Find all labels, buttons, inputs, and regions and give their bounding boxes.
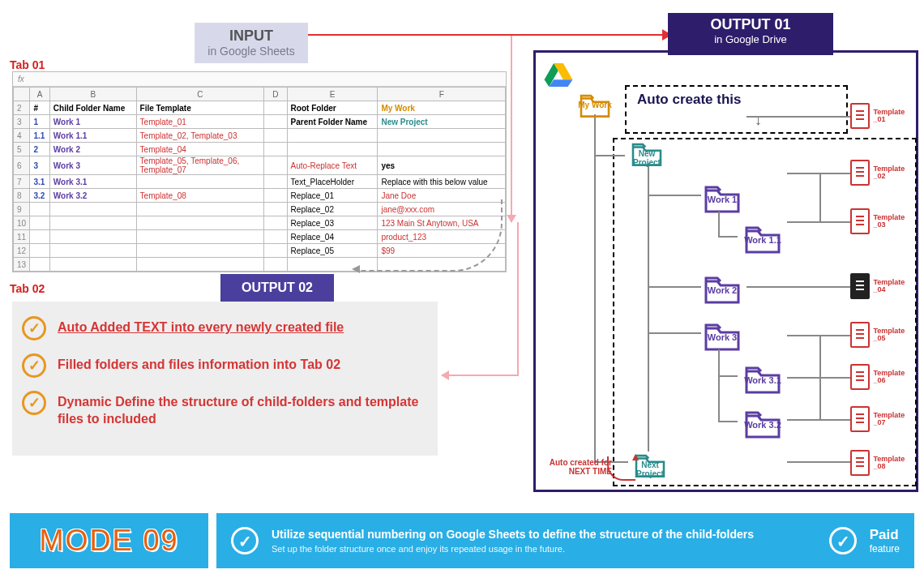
file-icon <box>850 208 870 234</box>
cell[interactable] <box>136 216 264 230</box>
cell[interactable]: Template_08 <box>136 189 264 203</box>
cell[interactable] <box>30 203 49 216</box>
cell[interactable]: Work 3.2 <box>49 189 136 203</box>
col-header[interactable]: A <box>30 88 49 101</box>
cell[interactable] <box>136 175 264 189</box>
row-num[interactable]: 3 <box>14 115 30 129</box>
output1-title: OUTPUT 01 <box>668 16 833 33</box>
row-num[interactable]: 8 <box>14 189 30 203</box>
cell[interactable]: Work 1 <box>49 115 136 129</box>
cell[interactable]: Template_05, Template_06, Template_07 <box>136 156 264 175</box>
cell[interactable]: Work 2 <box>49 143 136 156</box>
row-num[interactable]: 12 <box>14 244 30 258</box>
col-header[interactable]: D <box>264 88 287 101</box>
feature-row: Filled folders and files information int… <box>22 353 428 378</box>
cell[interactable] <box>264 129 287 143</box>
cell[interactable] <box>49 203 136 216</box>
cell[interactable] <box>49 230 136 244</box>
cell[interactable] <box>264 258 287 272</box>
connector <box>787 173 850 174</box>
row-num[interactable]: 10 <box>14 216 30 230</box>
file-icon <box>850 103 870 129</box>
connector <box>594 155 625 156</box>
formula-bar[interactable]: fx <box>13 72 506 87</box>
col-header[interactable]: F <box>378 88 506 101</box>
mode-box: MODE 09 <box>10 513 208 568</box>
row-num[interactable]: 9 <box>14 203 30 216</box>
row-num[interactable]: 6 <box>14 156 30 175</box>
file-icon <box>850 364 870 390</box>
cell[interactable]: New Project <box>378 115 506 129</box>
row-num[interactable]: 13 <box>14 258 30 272</box>
template-label: Template _04 <box>873 279 916 293</box>
cell[interactable]: Work 3.1 <box>49 175 136 189</box>
cell[interactable]: Replace with this below value <box>378 175 506 189</box>
col-header[interactable]: C <box>136 88 264 101</box>
cell[interactable] <box>264 244 287 258</box>
cell[interactable]: 1.1 <box>30 129 49 143</box>
cell[interactable] <box>136 203 264 216</box>
cell[interactable] <box>49 244 136 258</box>
cell[interactable] <box>30 244 49 258</box>
cell[interactable] <box>264 143 287 156</box>
file-icon <box>850 160 870 186</box>
row-num[interactable]: 4 <box>14 129 30 143</box>
cell[interactable]: # <box>30 101 49 115</box>
folder-work3: Work 3 <box>696 317 748 353</box>
cell[interactable] <box>264 175 287 189</box>
cell[interactable] <box>264 203 287 216</box>
cell[interactable] <box>264 115 287 129</box>
cell[interactable] <box>30 216 49 230</box>
cell[interactable]: 2 <box>30 143 49 156</box>
cell[interactable]: Template_01 <box>136 115 264 129</box>
cell[interactable] <box>264 216 287 230</box>
cell[interactable] <box>136 230 264 244</box>
down-arrow-icon: ↓ <box>755 112 762 129</box>
cell[interactable] <box>136 244 264 258</box>
tab02-label: Tab 02 <box>10 282 45 295</box>
cell[interactable]: Text_PlaceHolder <box>287 175 378 189</box>
cell[interactable] <box>264 189 287 203</box>
cell[interactable] <box>264 156 287 175</box>
desc-box: Utilize sequential numbering on Google S… <box>216 513 914 568</box>
cell[interactable] <box>30 230 49 244</box>
cell[interactable]: File Template <box>136 101 264 115</box>
cell[interactable]: 3.2 <box>30 189 49 203</box>
cell[interactable]: Work 3 <box>49 156 136 175</box>
cell[interactable] <box>49 258 136 272</box>
cell[interactable]: 3.1 <box>30 175 49 189</box>
cell[interactable] <box>287 143 378 156</box>
cell[interactable]: Template_02, Template_03 <box>136 129 264 143</box>
cell[interactable] <box>49 216 136 230</box>
row-num[interactable]: 7 <box>14 175 30 189</box>
row-num[interactable]: 5 <box>14 143 30 156</box>
cell[interactable]: Work 1.1 <box>49 129 136 143</box>
row-num[interactable]: 11 <box>14 230 30 244</box>
cell[interactable]: Child Folder Name <box>49 101 136 115</box>
template-label: Template _01 <box>873 109 916 123</box>
cell[interactable]: Root Folder <box>287 101 378 115</box>
check-icon <box>22 391 46 415</box>
col-header[interactable]: E <box>287 88 378 101</box>
cell[interactable] <box>378 129 506 143</box>
corner-cell[interactable] <box>14 88 30 101</box>
cell[interactable]: My Work <box>378 101 506 115</box>
cell[interactable] <box>30 258 49 272</box>
template-07: Template _07 <box>850 406 916 432</box>
cell[interactable] <box>136 258 264 272</box>
cell[interactable]: Auto-Replace Text <box>287 156 378 175</box>
cell[interactable]: Template_04 <box>136 143 264 156</box>
cell[interactable]: Parent Folder Name <box>287 115 378 129</box>
cell[interactable] <box>378 143 506 156</box>
cell[interactable]: 1 <box>30 115 49 129</box>
cell[interactable]: 3 <box>30 156 49 175</box>
cell[interactable] <box>264 230 287 244</box>
row-num[interactable]: 2 <box>14 101 30 115</box>
google-drive-icon <box>544 61 573 87</box>
check-icon <box>22 353 46 378</box>
col-header[interactable]: B <box>49 88 136 101</box>
folder-newproject: New Project <box>625 137 669 168</box>
cell[interactable] <box>287 129 378 143</box>
cell[interactable]: yes <box>378 156 506 175</box>
cell[interactable] <box>264 101 287 115</box>
